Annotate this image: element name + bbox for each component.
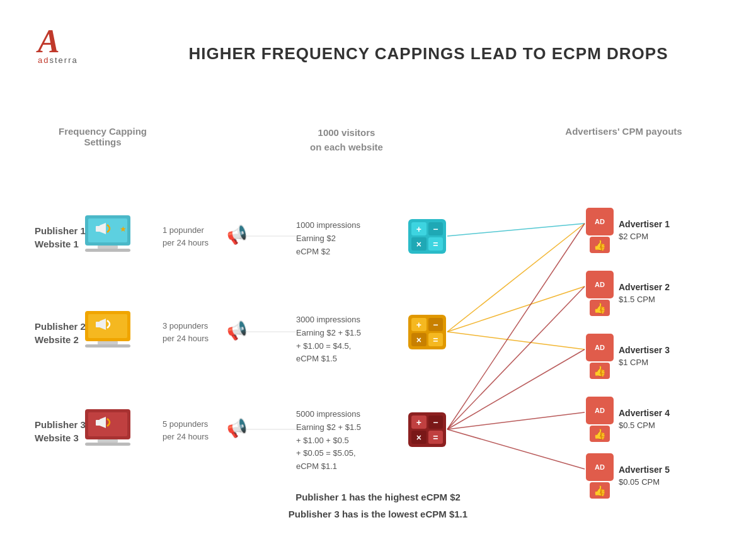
megaphone-pub1: 📢	[225, 223, 249, 247]
advertiser-3: AD 👍 Advertiser 3$1 CPM	[586, 334, 670, 379]
megaphone-pub3: 📢	[225, 416, 249, 440]
adv2-text: Advertiser 2$1.5 CPM	[619, 281, 670, 305]
logo-letter: A	[38, 25, 78, 58]
imp-label-pub1: 1000 impressionsEarning $2eCPM $2	[296, 219, 360, 258]
col-header-frequency: Frequency Capping Settings	[40, 126, 166, 147]
calc-pub2: + − × =	[408, 315, 446, 349]
ad-badge-5: AD	[586, 453, 614, 481]
ad-badge-3: AD	[586, 334, 614, 361]
svg-rect-11	[98, 341, 118, 344]
adv5-text: Advertiser 5$0.05 CPM	[619, 464, 670, 488]
laptop-icon-pub1: ★	[82, 214, 135, 261]
svg-line-22	[447, 332, 585, 349]
page-title: HIGHER FREQUENCY CAPPINGS LEAD TO ECPM D…	[139, 44, 718, 64]
svg-rect-18	[85, 443, 130, 446]
logo-text: adsterra	[38, 55, 78, 65]
thumb-icon-1: 👍	[590, 237, 610, 253]
col-header-advertisers: Advertisers' CPM payouts	[554, 126, 693, 137]
bottom-note: Publisher 1 has the highest eCPM $2 Publ…	[0, 489, 756, 523]
advertiser-4: AD 👍 Advertiser 4$0.5 CPM	[586, 397, 670, 442]
svg-rect-8	[88, 314, 127, 338]
imp-label-pub3: 5000 impressionsEarning $2 + $1.5+ $1.00…	[296, 408, 361, 473]
svg-line-27	[447, 429, 585, 469]
col-header-visitors: 1000 visitors on each website	[284, 126, 410, 154]
calc-pub3: + − × =	[408, 412, 446, 447]
advertiser-1: AD 👍 Advertiser 1$2 CPM	[586, 208, 670, 253]
ad-badge-4: AD	[586, 397, 614, 424]
thumb-icon-4: 👍	[590, 426, 610, 442]
svg-rect-17	[98, 439, 118, 443]
svg-rect-10	[96, 322, 100, 327]
svg-line-25	[447, 349, 585, 429]
cap-label-pub3: 5 popundersper 24 hours	[163, 418, 209, 443]
thumb-icon-2: 👍	[590, 300, 610, 316]
svg-text:★: ★	[120, 225, 127, 234]
svg-line-26	[447, 412, 585, 429]
thumb-icon-3: 👍	[590, 363, 610, 379]
svg-rect-3	[96, 226, 100, 232]
svg-line-23	[447, 223, 585, 429]
bottom-note-line2: Publisher 3 has is the lowest eCPM $1.1	[0, 506, 756, 523]
ad-badge-1: AD	[586, 208, 614, 235]
cap-label-pub2: 3 popundersper 24 hours	[163, 320, 209, 344]
pub3-label: Publisher 3Website 3	[35, 418, 86, 444]
advertiser-2: AD 👍 Advertiser 2$1.5 CPM	[586, 271, 670, 316]
svg-rect-12	[85, 344, 130, 348]
pub2-label: Publisher 2Website 2	[35, 320, 86, 346]
bottom-note-line1: Publisher 1 has the highest eCPM $2	[0, 489, 756, 506]
imp-label-pub2: 3000 impressionsEarning $2 + $1.5+ $1.00…	[296, 314, 361, 366]
adv4-text: Advertiser 4$0.5 CPM	[619, 407, 670, 431]
cap-label-pub1: 1 popunderper 24 hours	[163, 224, 209, 249]
logo: A adsterra	[38, 25, 78, 65]
svg-line-21	[447, 286, 585, 332]
laptop-icon-pub2	[82, 310, 135, 356]
svg-line-20	[447, 223, 585, 332]
megaphone-pub2: 📢	[225, 319, 249, 342]
svg-rect-16	[96, 420, 100, 426]
calc-pub1: + − × =	[408, 219, 446, 254]
ad-badge-2: AD	[586, 271, 614, 298]
adv1-text: Advertiser 1$2 CPM	[619, 218, 670, 242]
pub1-label: Publisher 1Website 1	[35, 224, 86, 251]
adv3-text: Advertiser 3$1 CPM	[619, 344, 670, 368]
svg-line-19	[447, 223, 585, 236]
svg-rect-14	[88, 412, 127, 436]
svg-line-24	[447, 286, 585, 429]
svg-rect-5	[85, 249, 130, 252]
laptop-icon-pub3	[82, 408, 135, 455]
svg-rect-4	[98, 246, 118, 249]
